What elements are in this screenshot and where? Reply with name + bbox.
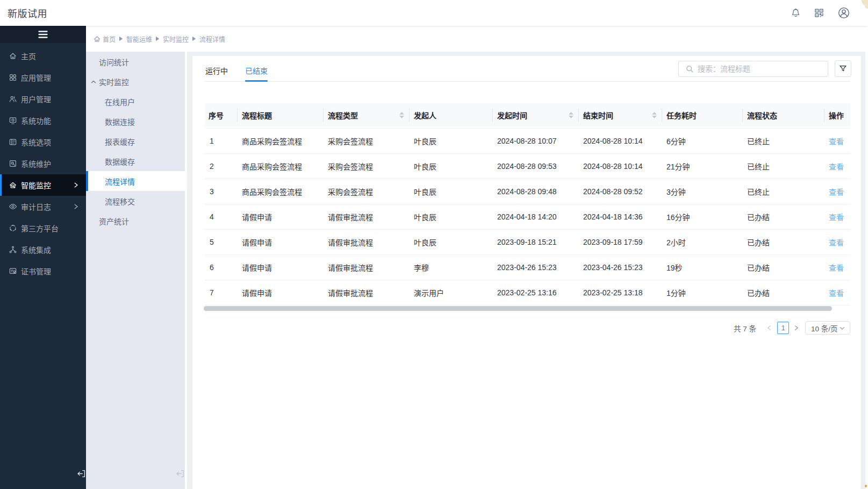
sort-icons[interactable] — [399, 112, 404, 118]
submenu-item-access-stats[interactable]: 访问统计 — [86, 52, 187, 72]
table-cell: 2023-02-25 13:16 — [492, 280, 578, 305]
column-label: 序号 — [209, 110, 224, 121]
sidebar-item-label: 审计日志 — [21, 201, 51, 212]
sort-icons[interactable] — [569, 112, 573, 118]
sidebar-item-label: 用户管理 — [21, 94, 51, 104]
page-number-button[interactable]: 1 — [777, 322, 789, 334]
table-cell: 请假审批流程 — [323, 204, 409, 229]
view-link[interactable]: 查看 — [829, 162, 844, 171]
table-cell: 叶良辰 — [409, 229, 492, 254]
submenu-item-report-cache[interactable]: 报表缓存 — [86, 131, 187, 151]
submenu-item-label: 数据连接 — [105, 116, 135, 127]
view-link[interactable]: 查看 — [829, 213, 844, 222]
column-header: 流程标题 — [237, 103, 323, 126]
submenu-item-asset-stats[interactable]: 资产统计 — [86, 211, 187, 231]
sidebar-item-system-maintenance[interactable]: 系统维护 — [0, 153, 86, 174]
sidebar-item-home[interactable]: 主页 — [0, 45, 86, 67]
view-link[interactable]: 查看 — [829, 238, 844, 247]
column-header[interactable]: 结束时间 — [578, 103, 662, 126]
table-cell: 6分钟 — [662, 128, 742, 153]
breadcrumb-item-home[interactable]: 首页 — [103, 34, 116, 44]
sidebar-item-third-party-platform[interactable]: 第三方平台 — [0, 217, 86, 239]
view-link[interactable]: 查看 — [829, 188, 844, 196]
sidebar-item-label: 系统维护 — [21, 158, 51, 169]
table-cell: 已办结 — [742, 254, 824, 280]
tab-finished[interactable]: 已结束 — [245, 56, 268, 82]
search-box — [678, 61, 828, 77]
table-row[interactable]: 4请假申请请假审批流程叶良辰2024-04-18 14:202024-04-18… — [205, 204, 850, 229]
view-link[interactable]: 查看 — [829, 264, 844, 272]
table-cell: 2024-08-28 09:48 — [492, 179, 578, 204]
table-cell: 6 — [205, 254, 237, 280]
table-cell: 21分钟 — [662, 153, 742, 179]
sidebar-item-system-functions[interactable]: 系统功能 — [0, 110, 86, 131]
sidebar-item-user-management[interactable]: 用户管理 — [0, 88, 86, 110]
breadcrumb-item-realtime-monitoring[interactable]: 实时监控 — [163, 34, 189, 44]
view-link[interactable]: 查看 — [829, 289, 844, 297]
table-row[interactable]: 2商品采购会签流程采购会签流程叶良辰2024-08-28 09:532024-0… — [205, 153, 850, 179]
page-size-select[interactable]: 10 条/页 — [805, 321, 850, 335]
table-cell: 请假申请 — [237, 254, 323, 280]
next-page-button[interactable] — [793, 325, 799, 331]
column-header[interactable]: 发起时间 — [492, 103, 578, 126]
column-label: 任务耗时 — [666, 110, 697, 121]
sidebar-item-audit-logs[interactable]: 审计日志 — [0, 196, 86, 217]
submenu-collapse-button[interactable] — [176, 469, 185, 480]
sort-icons[interactable] — [652, 112, 657, 118]
sidebar-item-system-options[interactable]: 系统选项 — [0, 131, 86, 153]
table-cell: 3分钟 — [662, 179, 742, 204]
user-avatar-button[interactable] — [837, 6, 850, 19]
sidebar-item-app-management[interactable]: 应用管理 — [0, 67, 86, 88]
sidebar-item-intelligent-monitoring[interactable]: 智能监控 — [0, 174, 86, 196]
submenu-item-process-transfer[interactable]: 流程移交 — [86, 191, 187, 211]
table-cell: 已终止 — [742, 153, 824, 179]
table-row[interactable]: 7请假申请请假审批流程演示用户2023-02-25 13:162023-02-2… — [205, 280, 850, 305]
submenu-item-data-connections[interactable]: 数据连接 — [86, 111, 187, 131]
tab-running[interactable]: 运行中 — [205, 56, 228, 82]
sidebar-collapse-button[interactable] — [77, 469, 86, 480]
submenu-item-online-users[interactable]: 在线用户 — [86, 91, 187, 111]
table-row[interactable]: 5请假申请请假审批流程叶良辰2023-09-18 15:212023-09-18… — [205, 229, 850, 254]
qr-code-icon — [814, 8, 824, 18]
column-label: 操作 — [829, 110, 844, 121]
table-cell: 2024-08-28 10:14 — [578, 128, 662, 153]
table-cell: 已办结 — [742, 229, 824, 254]
qr-code-button[interactable] — [814, 8, 824, 18]
submenu-group-realtime-monitoring[interactable]: 实时监控 — [86, 72, 187, 91]
sidebar-item-certificate-management[interactable]: 证书管理 — [0, 260, 86, 282]
table-cell: 已终止 — [742, 128, 824, 153]
submenu-item-data-cache[interactable]: 数据缓存 — [86, 151, 187, 171]
submenu-item-label: 访问统计 — [99, 56, 129, 67]
header-actions — [791, 0, 850, 26]
table-row[interactable]: 6请假申请请假审批流程李穆2023-04-26 15:232023-04-26 … — [205, 254, 850, 280]
breadcrumb-item-process-details[interactable]: 流程详情 — [199, 34, 225, 44]
table-cell: 已办结 — [742, 204, 824, 229]
notifications-button[interactable] — [791, 8, 801, 18]
horizontal-scrollbar-thumb[interactable] — [204, 306, 832, 311]
share-nodes-icon — [9, 245, 17, 254]
sort-asc-icon — [399, 112, 404, 115]
monitor-icon — [9, 116, 17, 125]
chevron-right-icon — [73, 182, 79, 188]
breadcrumb-home-icon-wrap[interactable] — [93, 35, 101, 43]
column-header[interactable]: 流程类型 — [323, 103, 409, 126]
sidebar-item-system-integration[interactable]: 系统集成 — [0, 239, 86, 260]
chevron-right-icon — [793, 325, 799, 331]
breadcrumb-bar: 首页 智能运维 实时监控 流程详情 — [86, 26, 868, 52]
sidebar-item-label: 系统集成 — [21, 244, 51, 255]
sort-asc-icon — [652, 112, 657, 115]
submenu-item-process-details[interactable]: 流程详情 — [86, 171, 187, 191]
table-row[interactable]: 1商品采购会签流程采购会签流程叶良辰2024-08-28 10:072024-0… — [205, 128, 850, 153]
search-input[interactable] — [698, 65, 828, 73]
prev-page-button[interactable] — [766, 325, 772, 331]
sidebar-item-label: 应用管理 — [21, 72, 51, 83]
sidebar-toggle-button[interactable] — [0, 26, 86, 43]
column-header: 发起人 — [409, 103, 492, 126]
table-row[interactable]: 3商品采购会签流程采购会签流程叶良辰2024-08-28 09:482024-0… — [205, 179, 850, 204]
submenu-item-label: 实时监控 — [99, 76, 129, 87]
view-link[interactable]: 查看 — [829, 137, 844, 146]
filter-button[interactable] — [835, 60, 851, 77]
table-cell: 请假审批流程 — [323, 280, 409, 305]
breadcrumb-item-intelligent-ops[interactable]: 智能运维 — [126, 34, 152, 44]
table-cell: 19秒 — [662, 254, 742, 280]
